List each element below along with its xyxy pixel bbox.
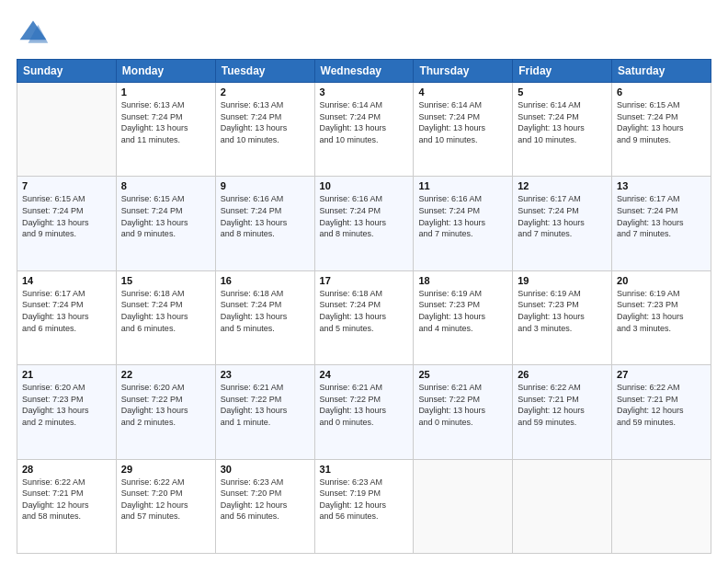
day-number: 23: [221, 369, 310, 380]
calendar-cell: 23Sunrise: 6:21 AM Sunset: 7:22 PM Dayli…: [215, 365, 314, 459]
day-info: Sunrise: 6:18 AM Sunset: 7:24 PM Dayligh…: [320, 288, 409, 334]
day-number: 17: [320, 275, 409, 286]
day-info: Sunrise: 6:21 AM Sunset: 7:22 PM Dayligh…: [221, 382, 310, 428]
header: [17, 17, 711, 50]
day-number: 24: [320, 369, 409, 380]
day-number: 29: [121, 464, 210, 475]
day-info: Sunrise: 6:16 AM Sunset: 7:24 PM Dayligh…: [418, 193, 507, 239]
day-info: Sunrise: 6:13 AM Sunset: 7:24 PM Dayligh…: [121, 99, 210, 145]
col-header-friday: Friday: [513, 60, 612, 83]
day-number: 31: [320, 464, 409, 475]
day-info: Sunrise: 6:19 AM Sunset: 7:23 PM Dayligh…: [617, 288, 706, 334]
calendar-cell: 2Sunrise: 6:13 AM Sunset: 7:24 PM Daylig…: [215, 83, 314, 177]
day-info: Sunrise: 6:20 AM Sunset: 7:23 PM Dayligh…: [22, 382, 111, 428]
day-info: Sunrise: 6:13 AM Sunset: 7:24 PM Dayligh…: [221, 99, 310, 145]
calendar-cell: 26Sunrise: 6:22 AM Sunset: 7:21 PM Dayli…: [513, 365, 612, 459]
calendar-cell: 8Sunrise: 6:15 AM Sunset: 7:24 PM Daylig…: [116, 177, 215, 270]
day-info: Sunrise: 6:17 AM Sunset: 7:24 PM Dayligh…: [518, 193, 607, 239]
day-info: Sunrise: 6:23 AM Sunset: 7:19 PM Dayligh…: [320, 477, 409, 523]
calendar-header-row: SundayMondayTuesdayWednesdayThursdayFrid…: [17, 60, 711, 83]
calendar-cell: 22Sunrise: 6:20 AM Sunset: 7:22 PM Dayli…: [116, 365, 215, 459]
day-number: 11: [418, 180, 507, 191]
day-info: Sunrise: 6:17 AM Sunset: 7:24 PM Dayligh…: [22, 288, 111, 334]
col-header-wednesday: Wednesday: [314, 60, 414, 83]
calendar-cell: 15Sunrise: 6:18 AM Sunset: 7:24 PM Dayli…: [116, 270, 215, 364]
day-number: 26: [518, 369, 607, 380]
calendar-cell: 9Sunrise: 6:16 AM Sunset: 7:24 PM Daylig…: [215, 177, 314, 270]
day-number: 8: [121, 180, 210, 191]
day-info: Sunrise: 6:16 AM Sunset: 7:24 PM Dayligh…: [320, 193, 409, 239]
day-info: Sunrise: 6:16 AM Sunset: 7:24 PM Dayligh…: [221, 193, 310, 239]
day-number: 10: [320, 180, 409, 191]
day-number: 18: [418, 275, 507, 286]
calendar-cell: 28Sunrise: 6:22 AM Sunset: 7:21 PM Dayli…: [17, 459, 117, 553]
day-number: 27: [617, 369, 706, 380]
calendar-cell: 11Sunrise: 6:16 AM Sunset: 7:24 PM Dayli…: [414, 177, 513, 270]
day-info: Sunrise: 6:14 AM Sunset: 7:24 PM Dayligh…: [320, 99, 409, 145]
day-number: 13: [617, 180, 706, 191]
day-info: Sunrise: 6:18 AM Sunset: 7:24 PM Dayligh…: [121, 288, 210, 334]
day-info: Sunrise: 6:19 AM Sunset: 7:23 PM Dayligh…: [518, 288, 607, 334]
calendar-cell: 6Sunrise: 6:15 AM Sunset: 7:24 PM Daylig…: [612, 83, 711, 177]
day-info: Sunrise: 6:21 AM Sunset: 7:22 PM Dayligh…: [418, 382, 507, 428]
day-info: Sunrise: 6:15 AM Sunset: 7:24 PM Dayligh…: [617, 99, 706, 145]
calendar-week-row: 28Sunrise: 6:22 AM Sunset: 7:21 PM Dayli…: [17, 459, 711, 553]
day-number: 28: [22, 464, 111, 475]
day-info: Sunrise: 6:18 AM Sunset: 7:24 PM Dayligh…: [221, 288, 310, 334]
day-info: Sunrise: 6:14 AM Sunset: 7:24 PM Dayligh…: [418, 99, 507, 145]
col-header-sunday: Sunday: [17, 60, 117, 83]
day-info: Sunrise: 6:21 AM Sunset: 7:22 PM Dayligh…: [320, 382, 409, 428]
calendar-cell: [513, 459, 612, 553]
day-info: Sunrise: 6:19 AM Sunset: 7:23 PM Dayligh…: [418, 288, 507, 334]
day-number: 2: [221, 86, 310, 98]
calendar-week-row: 21Sunrise: 6:20 AM Sunset: 7:23 PM Dayli…: [17, 365, 711, 459]
calendar-cell: 7Sunrise: 6:15 AM Sunset: 7:24 PM Daylig…: [17, 177, 117, 270]
page: SundayMondayTuesdayWednesdayThursdayFrid…: [0, 0, 728, 563]
col-header-saturday: Saturday: [612, 60, 711, 83]
day-number: 22: [121, 369, 210, 380]
logo-icon: [17, 17, 50, 50]
calendar-cell: 30Sunrise: 6:23 AM Sunset: 7:20 PM Dayli…: [215, 459, 314, 553]
day-info: Sunrise: 6:15 AM Sunset: 7:24 PM Dayligh…: [22, 193, 111, 239]
calendar-cell: 16Sunrise: 6:18 AM Sunset: 7:24 PM Dayli…: [215, 270, 314, 364]
calendar-cell: 17Sunrise: 6:18 AM Sunset: 7:24 PM Dayli…: [314, 270, 414, 364]
day-number: 6: [617, 86, 706, 98]
day-number: 12: [518, 180, 607, 191]
col-header-monday: Monday: [116, 60, 215, 83]
day-info: Sunrise: 6:15 AM Sunset: 7:24 PM Dayligh…: [121, 193, 210, 239]
calendar-cell: 12Sunrise: 6:17 AM Sunset: 7:24 PM Dayli…: [513, 177, 612, 270]
day-info: Sunrise: 6:17 AM Sunset: 7:24 PM Dayligh…: [617, 193, 706, 239]
calendar-cell: 29Sunrise: 6:22 AM Sunset: 7:20 PM Dayli…: [116, 459, 215, 553]
day-number: 20: [617, 275, 706, 286]
day-info: Sunrise: 6:22 AM Sunset: 7:21 PM Dayligh…: [22, 477, 111, 523]
day-number: 7: [22, 180, 111, 191]
calendar-cell: 13Sunrise: 6:17 AM Sunset: 7:24 PM Dayli…: [612, 177, 711, 270]
calendar-cell: 19Sunrise: 6:19 AM Sunset: 7:23 PM Dayli…: [513, 270, 612, 364]
day-number: 3: [320, 86, 409, 98]
day-info: Sunrise: 6:14 AM Sunset: 7:24 PM Dayligh…: [518, 99, 607, 145]
calendar-cell: 10Sunrise: 6:16 AM Sunset: 7:24 PM Dayli…: [314, 177, 414, 270]
day-number: 5: [518, 86, 607, 98]
calendar-cell: 4Sunrise: 6:14 AM Sunset: 7:24 PM Daylig…: [414, 83, 513, 177]
col-header-tuesday: Tuesday: [215, 60, 314, 83]
day-number: 14: [22, 275, 111, 286]
day-info: Sunrise: 6:20 AM Sunset: 7:22 PM Dayligh…: [121, 382, 210, 428]
day-number: 25: [418, 369, 507, 380]
calendar-cell: 21Sunrise: 6:20 AM Sunset: 7:23 PM Dayli…: [17, 365, 117, 459]
calendar-cell: [17, 83, 117, 177]
day-number: 4: [418, 86, 507, 98]
calendar-week-row: 14Sunrise: 6:17 AM Sunset: 7:24 PM Dayli…: [17, 270, 711, 364]
day-number: 30: [221, 464, 310, 475]
calendar-week-row: 7Sunrise: 6:15 AM Sunset: 7:24 PM Daylig…: [17, 177, 711, 270]
day-number: 16: [221, 275, 310, 286]
day-number: 21: [22, 369, 111, 380]
calendar-cell: 20Sunrise: 6:19 AM Sunset: 7:23 PM Dayli…: [612, 270, 711, 364]
day-number: 9: [221, 180, 310, 191]
calendar-cell: [414, 459, 513, 553]
col-header-thursday: Thursday: [414, 60, 513, 83]
calendar-cell: 31Sunrise: 6:23 AM Sunset: 7:19 PM Dayli…: [314, 459, 414, 553]
day-info: Sunrise: 6:23 AM Sunset: 7:20 PM Dayligh…: [221, 477, 310, 523]
calendar-table: SundayMondayTuesdayWednesdayThursdayFrid…: [17, 59, 711, 554]
calendar-week-row: 1Sunrise: 6:13 AM Sunset: 7:24 PM Daylig…: [17, 83, 711, 177]
calendar-cell: 24Sunrise: 6:21 AM Sunset: 7:22 PM Dayli…: [314, 365, 414, 459]
